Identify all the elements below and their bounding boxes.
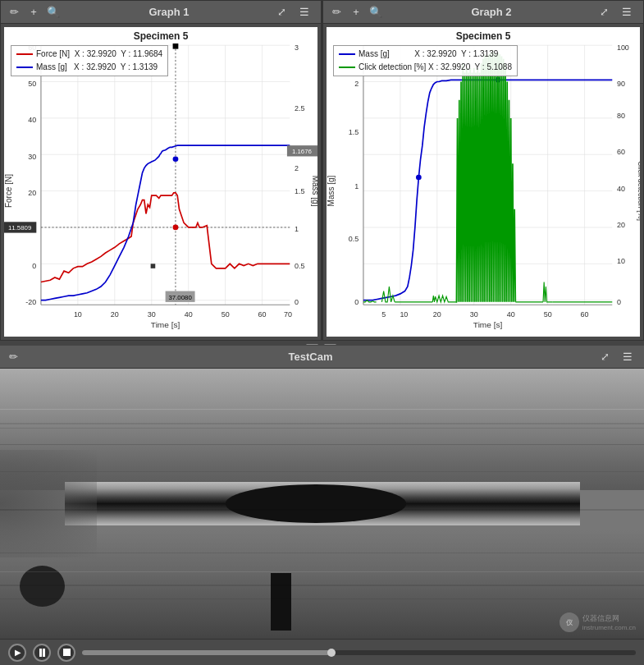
graph2-expand-icon[interactable]: ⤢ xyxy=(596,4,612,21)
graph1-chart-area: Specimen 5 Force [N] X : 32.9920 Y : 11.… xyxy=(4,27,317,337)
svg-text:10: 10 xyxy=(617,257,625,265)
svg-text:20: 20 xyxy=(111,310,119,319)
graph2-content: Specimen 5 Mass [g] X : 32.9920 Y : 1.31… xyxy=(327,27,640,337)
watermark-text: 仪器信息网 instrument.com.cn xyxy=(582,613,636,631)
svg-text:40: 40 xyxy=(185,310,193,319)
graph2-title: Graph 2 xyxy=(387,6,596,18)
svg-point-90 xyxy=(416,175,422,181)
main-container: ✏ + 🔍 Graph 1 ⤢ ☰ Specimen 5 Force [N] xyxy=(0,0,644,665)
svg-text:10: 10 xyxy=(400,310,408,319)
stop-button[interactable] xyxy=(57,644,75,662)
graph1-panel: ✏ + 🔍 Graph 1 ⤢ ☰ Specimen 5 Force [N] xyxy=(0,0,322,341)
camera-image xyxy=(0,369,644,639)
svg-text:Mass [g]: Mass [g] xyxy=(327,176,336,207)
camera-menu-icon[interactable]: ☰ xyxy=(619,349,636,365)
graph2-add-icon[interactable]: + xyxy=(348,4,364,21)
svg-text:-20: -20 xyxy=(25,298,36,306)
svg-text:20: 20 xyxy=(28,189,36,197)
graph1-menu-icon[interactable]: ☰ xyxy=(296,4,313,21)
graph2-legend-label-1: Mass [g] X : 32.9920 Y : 1.3139 xyxy=(359,48,498,61)
graph2-edit-icon[interactable]: ✏ xyxy=(328,4,345,21)
svg-text:2.5: 2.5 xyxy=(295,104,305,112)
svg-text:Force [N]: Force [N] xyxy=(4,174,13,208)
svg-rect-43 xyxy=(173,44,179,49)
svg-text:40: 40 xyxy=(617,185,625,193)
pause-icon xyxy=(39,649,45,657)
graph2-legend-label-2: Click detection [%] X : 32.9920 Y : 5.10… xyxy=(359,61,512,74)
svg-text:40: 40 xyxy=(507,310,515,319)
svg-text:50: 50 xyxy=(222,310,230,319)
graph1-expand-icon[interactable]: ⤢ xyxy=(273,4,290,21)
camera-controls: ▶ xyxy=(0,639,644,665)
watermark-logo: 仪 xyxy=(560,612,579,632)
camera-title: TestCam xyxy=(25,351,596,363)
svg-text:30: 30 xyxy=(28,153,36,161)
svg-text:2: 2 xyxy=(354,80,359,88)
svg-text:Time [s]: Time [s] xyxy=(473,320,503,329)
graph2-search-icon[interactable]: 🔍 xyxy=(368,4,384,21)
svg-text:30: 30 xyxy=(148,310,156,319)
svg-text:100: 100 xyxy=(617,44,629,52)
pause-button[interactable] xyxy=(33,644,51,662)
watermark-site: 仪器信息网 xyxy=(582,613,636,624)
svg-rect-44 xyxy=(151,264,156,268)
svg-text:0: 0 xyxy=(617,298,621,306)
svg-point-42 xyxy=(173,156,179,162)
camera-edit-icon[interactable]: ✏ xyxy=(5,349,21,365)
graph2-panel: ✏ + 🔍 Graph 2 ⤢ ☰ Specimen 5 Mass [g] xyxy=(322,0,644,341)
svg-text:1.1676: 1.1676 xyxy=(292,148,312,155)
svg-text:70: 70 xyxy=(284,310,292,319)
svg-text:60: 60 xyxy=(617,148,625,156)
progress-bar[interactable] xyxy=(82,650,636,655)
camera-toolbar: ✏ TestCam ⤢ ☰ xyxy=(0,346,644,369)
svg-text:1: 1 xyxy=(354,182,359,190)
camera-expand-icon[interactable]: ⤢ xyxy=(596,349,613,365)
svg-text:10: 10 xyxy=(74,310,82,319)
graph1-title: Graph 1 xyxy=(65,6,273,18)
svg-text:80: 80 xyxy=(617,112,625,120)
graph1-search-icon[interactable]: 🔍 xyxy=(45,4,62,21)
svg-text:20: 20 xyxy=(433,310,441,319)
play-icon: ▶ xyxy=(13,648,21,657)
svg-text:Time [s]: Time [s] xyxy=(151,320,180,329)
svg-text:90: 90 xyxy=(617,80,625,88)
svg-text:1: 1 xyxy=(295,226,299,234)
graph1-legend-label-2: Mass [g] X : 32.9920 Y : 1.3139 xyxy=(36,61,158,74)
graph1-legend-item-2: Mass [g] X : 32.9920 Y : 1.3139 xyxy=(16,61,162,74)
camera-video-area: 仪 仪器信息网 instrument.com.cn xyxy=(0,369,644,639)
svg-text:37.0080: 37.0080 xyxy=(168,294,192,301)
svg-text:0: 0 xyxy=(295,298,299,306)
svg-text:1.5: 1.5 xyxy=(349,128,359,136)
svg-text:0: 0 xyxy=(32,262,36,270)
progress-fill xyxy=(82,650,331,655)
graph1-toolbar: ✏ + 🔍 Graph 1 ⤢ ☰ xyxy=(1,1,321,24)
graph1-add-icon[interactable]: + xyxy=(25,4,42,21)
svg-text:60: 60 xyxy=(581,310,589,319)
graph1-legend-label-1: Force [N] X : 32.9920 Y : 11.9684 xyxy=(36,48,162,61)
graph2-legend-item-1: Mass [g] X : 32.9920 Y : 1.3139 xyxy=(339,48,512,61)
graph1-edit-icon[interactable]: ✏ xyxy=(6,4,22,21)
svg-text:2: 2 xyxy=(295,164,299,172)
watermark-url: instrument.com.cn xyxy=(582,624,636,631)
svg-text:0.5: 0.5 xyxy=(295,262,305,270)
graph2-toolbar: ✏ + 🔍 Graph 2 ⤢ ☰ xyxy=(323,1,643,24)
svg-text:3: 3 xyxy=(295,44,299,52)
graphs-row: ✏ + 🔍 Graph 1 ⤢ ☰ Specimen 5 Force [N] xyxy=(0,0,644,341)
svg-text:50: 50 xyxy=(28,80,36,88)
graph2-menu-icon[interactable]: ☰ xyxy=(619,4,635,21)
graph1-legend: Force [N] X : 32.9920 Y : 11.9684 Mass [… xyxy=(11,45,168,76)
graph1-legend-item-1: Force [N] X : 32.9920 Y : 11.9684 xyxy=(16,48,162,61)
progress-handle[interactable] xyxy=(327,649,336,657)
stop-icon xyxy=(63,649,71,656)
watermark: 仪 仪器信息网 instrument.com.cn xyxy=(560,612,636,632)
svg-text:0: 0 xyxy=(354,298,359,306)
svg-text:0.5: 0.5 xyxy=(349,235,359,243)
graph2-legend-item-2: Click detection [%] X : 32.9920 Y : 5.10… xyxy=(339,61,512,74)
play-button[interactable]: ▶ xyxy=(8,644,26,662)
svg-text:50: 50 xyxy=(544,310,552,319)
svg-text:11.5809: 11.5809 xyxy=(8,224,31,232)
svg-text:60: 60 xyxy=(258,310,267,319)
svg-text:40: 40 xyxy=(28,116,36,124)
svg-text:5: 5 xyxy=(381,310,386,319)
graph2-chart-area: Specimen 5 Mass [g] X : 32.9920 Y : 1.31… xyxy=(327,27,640,337)
